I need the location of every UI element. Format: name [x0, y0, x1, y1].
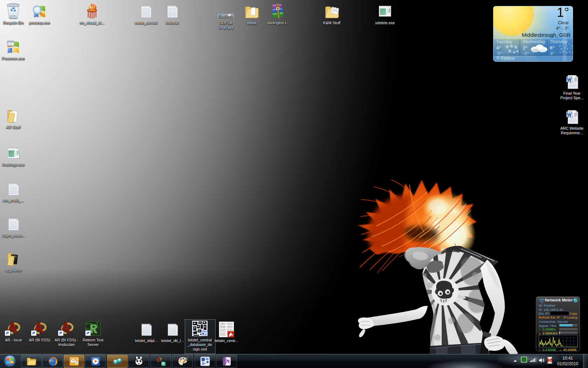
svg-text:✳: ✳ [507, 48, 512, 54]
svg-text:✳: ✳ [516, 49, 519, 53]
svg-text:✳: ✳ [512, 50, 516, 54]
